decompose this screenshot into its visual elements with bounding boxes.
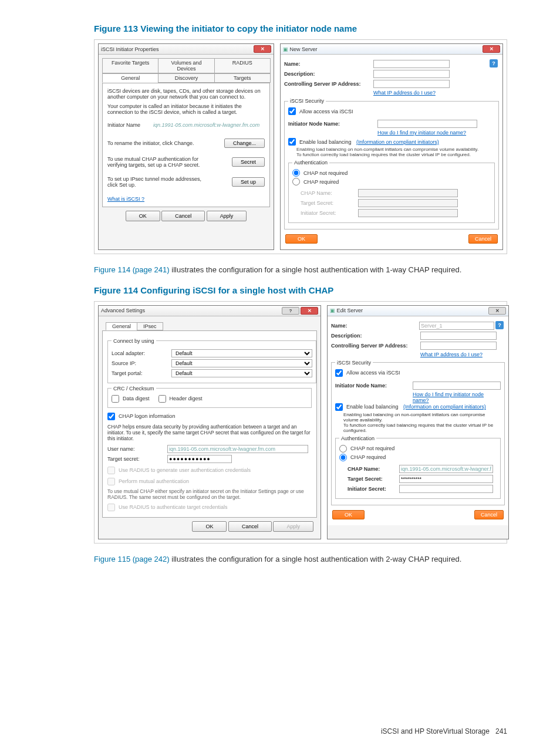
authentication-fieldset: Authentication CHAP not required CHAP re…	[335, 436, 501, 499]
crc-checksum-fieldset: CRC / Checksum Data digest Header digest	[107, 386, 312, 408]
target-portal-label: Target portal:	[112, 370, 164, 376]
connect-by-using-fieldset: Connect by using Local adapter:Default S…	[107, 338, 316, 383]
data-digest-checkbox[interactable]: Data digest	[112, 395, 150, 403]
auth-legend: Authentication	[292, 160, 329, 166]
close-icon[interactable]: ✕	[301, 307, 318, 315]
lb-note-1: Enabling load balancing on non-compliant…	[335, 412, 501, 423]
server-icon: ▣	[330, 308, 335, 313]
lb-note-2: To function correctly load balancing req…	[288, 152, 495, 157]
figure-115-link[interactable]: Figure 115 (page 242)	[94, 555, 170, 563]
chap-not-required-radio[interactable]: CHAP not required	[339, 445, 394, 453]
what-is-iscsi-link[interactable]: What is iSCSI ?	[107, 196, 144, 202]
tab-targets[interactable]: Targets	[214, 73, 271, 83]
close-icon[interactable]: ✕	[483, 45, 500, 53]
source-ip-select[interactable]: Default	[171, 359, 312, 367]
name-input[interactable]	[419, 322, 494, 330]
help-icon[interactable]: ?	[490, 59, 498, 67]
dialog-title: New Server	[290, 46, 318, 52]
name-input[interactable]	[373, 60, 450, 68]
apply-button[interactable]: Apply	[207, 211, 247, 221]
controlling-ip-input[interactable]	[420, 342, 497, 350]
tab-discovery[interactable]: Discovery	[158, 73, 214, 83]
description-input[interactable]	[373, 70, 450, 78]
change-button[interactable]: Change...	[224, 139, 265, 148]
secret-button[interactable]: Secret	[232, 157, 265, 167]
tab-ipsec[interactable]: IPsec	[137, 322, 163, 330]
description-label: Description:	[284, 71, 366, 77]
compliant-initiators-link[interactable]: (Information on compliant initiators)	[356, 139, 439, 145]
local-adapter-select[interactable]: Default	[171, 349, 312, 357]
initiator-secret-input	[358, 209, 458, 217]
tab-volumes-devices[interactable]: Volumes and Devices	[158, 58, 214, 73]
setup-button[interactable]: Set up	[232, 177, 265, 187]
cancel-button[interactable]: Cancel	[228, 521, 272, 532]
user-name-input[interactable]	[167, 445, 308, 453]
chap-logon-checkbox[interactable]: CHAP logon information	[107, 413, 175, 420]
rename-text: To rename the initiator, click Change.	[107, 140, 194, 146]
allow-access-checkbox[interactable]: Allow access via iSCSI	[335, 369, 400, 377]
chap-not-required-radio[interactable]: CHAP not required	[292, 169, 348, 177]
apply-button: Apply	[273, 521, 313, 532]
use-radius-gen-checkbox[interactable]: Use RADIUS to generate user authenticati…	[107, 467, 251, 474]
controlling-ip-input[interactable]	[373, 80, 450, 88]
close-icon[interactable]: ✕	[254, 45, 271, 53]
ok-button[interactable]: OK	[126, 211, 160, 221]
target-secret-input[interactable]	[399, 475, 493, 483]
chap-required-radio[interactable]: CHAP required	[339, 454, 386, 461]
allow-access-checkbox[interactable]: Allow access via iSCSI	[288, 107, 353, 115]
find-node-link[interactable]: How do I find my initiator node name?	[377, 130, 466, 136]
close-icon[interactable]: ✕	[488, 307, 506, 315]
enable-lb-checkbox[interactable]: Enable load balancing (Information on co…	[288, 138, 439, 146]
enable-lb-checkbox[interactable]: Enable load balancing (Information on co…	[335, 403, 486, 411]
chap-required-radio[interactable]: CHAP required	[292, 178, 339, 185]
compliant-initiators-link[interactable]: (Information on compliant initiators)	[403, 404, 486, 410]
iscsi-initiator-properties-dialog: iSCSI Initiator Properties ✕ Favorite Ta…	[98, 43, 274, 250]
use-radius-auth-checkbox[interactable]: Use RADIUS to authenticate target creden…	[107, 504, 228, 511]
cancel-button[interactable]: Cancel	[474, 510, 504, 519]
tab-general[interactable]: General	[106, 322, 137, 330]
target-secret-label: Target secret:	[107, 456, 160, 462]
help-icon[interactable]: ?	[495, 321, 504, 329]
description-input[interactable]	[420, 332, 497, 340]
target-portal-select[interactable]: Default	[171, 369, 312, 377]
figure-114-container: Advanced Settings ? ✕ General IPsec Conn…	[94, 301, 507, 544]
figure-113-title: Figure 113 Viewing the initiator to copy…	[94, 23, 507, 33]
initiator-node-input[interactable]	[377, 120, 477, 128]
initiator-secret-label: Initiator Secret:	[292, 210, 351, 216]
initiator-name-value: iqn.1991-05.com.microsoft:w-lwagner.fm.c…	[153, 122, 259, 128]
initiator-secret-label: Initiator Secret:	[339, 486, 392, 492]
help-titlebar-icon[interactable]: ?	[282, 307, 299, 315]
source-ip-label: Source IP:	[112, 360, 164, 366]
name-label: Name:	[284, 61, 366, 67]
authentication-fieldset: Authentication CHAP not required CHAP re…	[288, 160, 495, 223]
controlling-ip-label: Controlling Server IP Address:	[284, 81, 366, 87]
tab-general[interactable]: General	[102, 73, 158, 83]
ok-button[interactable]: OK	[192, 521, 227, 532]
ok-button[interactable]: OK	[332, 510, 365, 519]
ok-button[interactable]: OK	[285, 234, 318, 244]
lb-note-1: Enabling load balancing on non-compliant…	[288, 147, 495, 152]
initiator-node-label: Initiator Node Name:	[288, 121, 370, 127]
tab-favorite-targets[interactable]: Favorite Targets	[102, 58, 158, 73]
figure-113-container: iSCSI Initiator Properties ✕ Favorite Ta…	[94, 39, 507, 254]
chap-name-label: CHAP Name:	[339, 466, 392, 472]
iscsi-security-legend: iSCSI Security	[288, 98, 326, 104]
ip-address-link[interactable]: What IP address do I use?	[373, 90, 436, 96]
target-secret-input[interactable]	[167, 455, 232, 463]
initiator-node-input[interactable]	[413, 382, 501, 390]
ip-address-link[interactable]: What IP address do I use?	[420, 352, 483, 357]
advanced-settings-dialog: Advanced Settings ? ✕ General IPsec Conn…	[98, 305, 321, 539]
initiator-secret-input[interactable]	[399, 485, 493, 493]
figure-114-link[interactable]: Figure 114 (page 241)	[94, 265, 170, 274]
page-footer: iSCSI and HP StoreVirtual Storage 241	[381, 727, 507, 735]
cancel-button[interactable]: Cancel	[468, 234, 498, 244]
cancel-button[interactable]: Cancel	[161, 211, 205, 221]
header-digest-checkbox[interactable]: Header digest	[158, 395, 203, 403]
find-node-link[interactable]: How do I find my initiator node name?	[413, 391, 484, 403]
dialog-title: iSCSI Initiator Properties	[101, 46, 159, 52]
perform-mutual-checkbox[interactable]: Perform mutual authentication	[107, 478, 189, 485]
name-label: Name:	[331, 323, 412, 329]
description-label: Description:	[331, 333, 413, 339]
chap-name-input[interactable]	[399, 465, 493, 473]
tab-radius[interactable]: RADIUS	[214, 58, 271, 73]
